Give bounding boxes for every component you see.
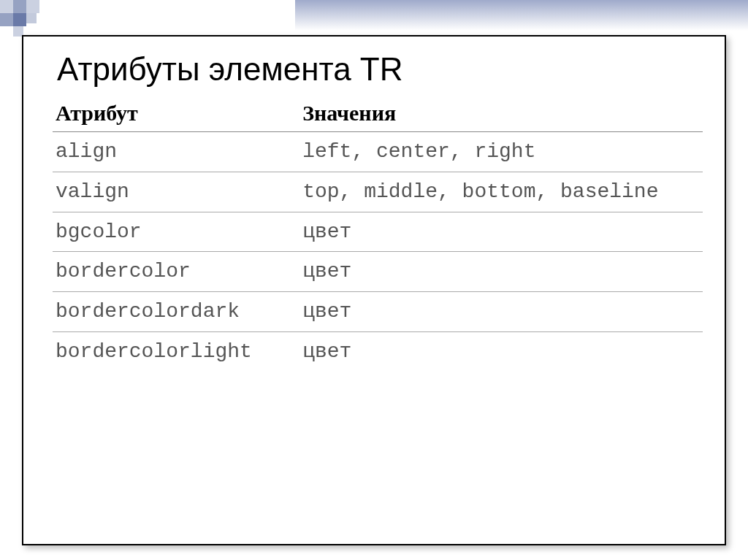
table-row: bordercolordark цвет	[53, 292, 703, 332]
table-row: valign top, middle, bottom, baseline	[53, 172, 703, 212]
cell-attr: valign	[53, 172, 299, 212]
table-row: bordercolor цвет	[53, 252, 703, 292]
cell-values: цвет	[299, 292, 703, 332]
cell-values: цвет	[299, 252, 703, 292]
cell-attr: bordercolordark	[53, 292, 299, 332]
header-attribute: Атрибут	[53, 96, 299, 132]
cell-values: цвет	[299, 331, 703, 371]
attributes-table: Атрибут Значения align left, center, rig…	[53, 96, 703, 372]
slide-frame: Атрибуты элемента TR Атрибут Значения al…	[22, 35, 726, 545]
cell-values: цвет	[299, 212, 703, 252]
table-header-row: Атрибут Значения	[53, 96, 703, 132]
table-row: bgcolor цвет	[53, 212, 703, 252]
table-row: bordercolorlight цвет	[53, 331, 703, 371]
cell-values: left, center, right	[299, 132, 703, 172]
cell-attr: align	[53, 132, 299, 172]
cell-attr: bgcolor	[53, 212, 299, 252]
cell-attr: bordercolorlight	[53, 331, 299, 371]
header-values: Значения	[299, 96, 703, 132]
cell-attr: bordercolor	[53, 252, 299, 292]
table-row: align left, center, right	[53, 132, 703, 172]
top-gradient	[295, 0, 748, 31]
cell-values: top, middle, bottom, baseline	[299, 172, 703, 212]
slide-title: Атрибуты элемента TR	[53, 51, 703, 88]
corner-decoration	[0, 0, 51, 37]
